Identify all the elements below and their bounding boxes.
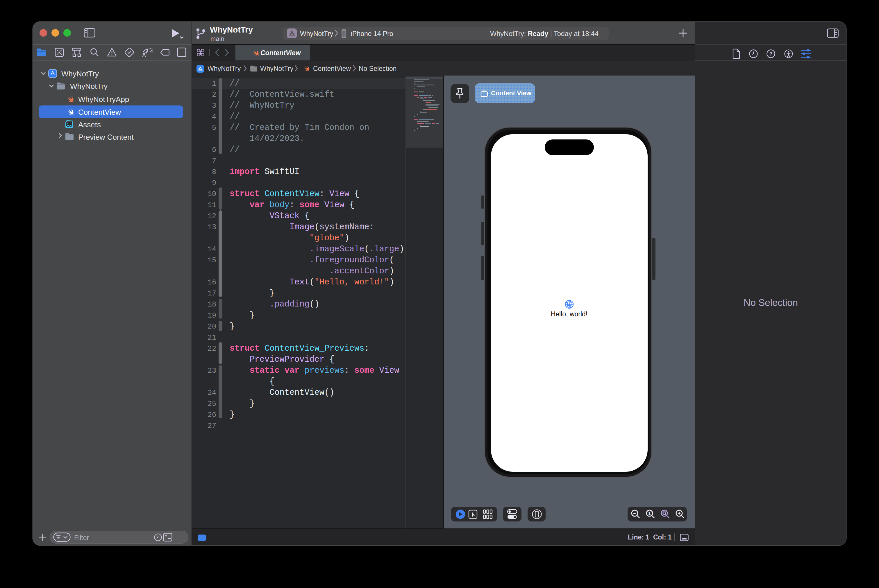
svg-text:?: ? (769, 51, 772, 57)
svg-text:1: 1 (649, 511, 651, 516)
